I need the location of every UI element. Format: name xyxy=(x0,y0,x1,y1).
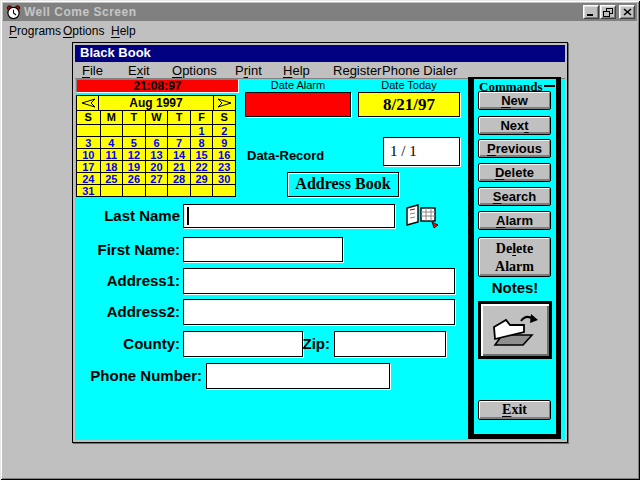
calendar-day[interactable]: 9 xyxy=(212,136,235,148)
zip-label: Zip: xyxy=(297,335,330,352)
restore-button[interactable] xyxy=(600,5,616,19)
delete-button[interactable]: Delete xyxy=(478,163,551,182)
next-button[interactable]: Next xyxy=(478,116,551,135)
calendar-day[interactable]: 26 xyxy=(122,172,145,184)
menu-item-help[interactable]: Help xyxy=(108,23,139,39)
calendar-day[interactable]: 1 xyxy=(190,124,213,136)
first-name-label: First Name: xyxy=(75,241,180,258)
calendar-day[interactable]: 10 xyxy=(77,148,100,160)
calendar-day-header: S xyxy=(212,111,235,124)
calendar-day-header: W xyxy=(145,111,168,124)
black-book-window: Black Book File Exit Options Print Help … xyxy=(72,42,568,443)
last-name-input[interactable] xyxy=(183,204,395,228)
calendar-day[interactable]: 4 xyxy=(100,136,123,148)
address1-input[interactable] xyxy=(183,268,455,294)
open-folder-icon xyxy=(490,311,540,349)
first-name-input[interactable] xyxy=(183,237,343,262)
calendar-day-empty xyxy=(122,184,145,196)
zip-input[interactable] xyxy=(334,331,446,357)
delete-alarm-button[interactable]: DeleteAlarm xyxy=(478,237,551,277)
restore-icon xyxy=(603,8,613,17)
date-alarm-box xyxy=(245,92,351,117)
calendar-day[interactable]: 19 xyxy=(122,160,145,172)
calendar-day[interactable]: 11 xyxy=(100,148,123,160)
minimize-icon xyxy=(587,9,595,16)
phone-number-input[interactable] xyxy=(206,363,390,389)
window-title: Well Come Screen xyxy=(24,5,582,19)
calendar-day[interactable]: 5 xyxy=(122,136,145,148)
calendar-day[interactable]: 14 xyxy=(167,148,190,160)
calendar-day[interactable]: 12 xyxy=(122,148,145,160)
bb-menu-item-file[interactable]: File xyxy=(82,63,103,78)
calendar-day[interactable]: 13 xyxy=(145,148,168,160)
bb-menu-item-exit[interactable]: Exit xyxy=(128,63,150,78)
black-book-titlebar[interactable]: Black Book xyxy=(75,45,565,62)
calendar-day[interactable]: 29 xyxy=(190,172,213,184)
address-book-caption: Address Book xyxy=(287,172,399,197)
search-button[interactable]: Search xyxy=(478,187,551,206)
calendar-day[interactable]: 15 xyxy=(190,148,213,160)
calendar-day[interactable]: 25 xyxy=(100,172,123,184)
calendar-day[interactable]: 18 xyxy=(100,160,123,172)
previous-month-button[interactable] xyxy=(77,96,99,110)
left-arrow-icon xyxy=(80,98,96,108)
titlebar: Well Come Screen xyxy=(3,3,637,21)
menubar: Programs Options Help xyxy=(3,22,637,39)
bb-menu-item-register[interactable]: Register xyxy=(333,63,381,78)
commands-legend-dash xyxy=(544,85,555,87)
calendar-day[interactable]: 20 xyxy=(145,160,168,172)
right-arrow-icon xyxy=(217,98,233,108)
previous-button[interactable]: Previous xyxy=(478,139,551,158)
county-input[interactable] xyxy=(183,331,303,357)
calendar-day-empty xyxy=(212,184,235,196)
calendar-day-empty xyxy=(145,184,168,196)
calendar-day[interactable]: 28 xyxy=(167,172,190,184)
calendar-day[interactable]: 7 xyxy=(167,136,190,148)
date-today-box: 8/21/97 xyxy=(358,92,460,117)
address2-label: Address2: xyxy=(75,303,180,320)
calendar-day-header: S xyxy=(77,111,100,124)
address1-label: Address1: xyxy=(75,272,180,289)
alarm-button[interactable]: Alarm xyxy=(478,211,551,230)
minimize-button[interactable] xyxy=(583,5,599,19)
calendar-day[interactable]: 24 xyxy=(77,172,100,184)
next-month-button[interactable] xyxy=(213,96,235,110)
calendar-day-header: M xyxy=(100,111,123,124)
calendar-day[interactable]: 3 xyxy=(77,136,100,148)
calendar-day-empty xyxy=(145,124,168,136)
menu-item-options[interactable]: Options xyxy=(60,23,107,39)
calendar-day[interactable]: 17 xyxy=(77,160,100,172)
data-record-box: 1 / 1 xyxy=(383,137,460,166)
exit-button[interactable]: Exit xyxy=(478,400,551,420)
main-window: Well Come Screen Programs Options Help B… xyxy=(0,0,640,480)
bb-menu-item-help[interactable]: Help xyxy=(283,63,310,78)
calendar-day[interactable]: 30 xyxy=(212,172,235,184)
new-button[interactable]: New xyxy=(478,91,551,110)
bb-menu-item-options[interactable]: Options xyxy=(172,63,217,78)
calendar-day-header: T xyxy=(167,111,190,124)
open-notes-button[interactable] xyxy=(478,301,552,359)
last-name-label: Last Name xyxy=(75,207,180,224)
calendar-day[interactable]: 8 xyxy=(190,136,213,148)
calendar-day[interactable]: 16 xyxy=(212,148,235,160)
calendar-day[interactable]: 22 xyxy=(190,160,213,172)
calendar-day[interactable]: 23 xyxy=(212,160,235,172)
calendar-day[interactable]: 6 xyxy=(145,136,168,148)
menu-item-programs[interactable]: Programs xyxy=(6,23,64,39)
address2-input[interactable] xyxy=(183,299,455,325)
close-button[interactable] xyxy=(619,5,635,19)
bb-menu-item-phone-dialer[interactable]: Phone Dialer xyxy=(382,63,457,78)
calendar-day[interactable]: 31 xyxy=(77,184,100,196)
bb-menu-item-print[interactable]: Print xyxy=(235,63,262,78)
calendar-day-empty xyxy=(167,184,190,196)
calendar: Aug 1997 SMTWTFS 12345678910111213141516… xyxy=(76,95,236,197)
calendar-day[interactable]: 2 xyxy=(212,124,235,136)
notes-label: Notes! xyxy=(474,279,556,296)
calendar-day-empty xyxy=(100,124,123,136)
calendar-day-empty xyxy=(122,124,145,136)
calendar-month-label: Aug 1997 xyxy=(99,96,213,110)
calendar-day-header: F xyxy=(190,111,213,124)
calendar-day[interactable]: 27 xyxy=(145,172,168,184)
calendar-day-empty xyxy=(77,124,100,136)
calendar-day[interactable]: 21 xyxy=(167,160,190,172)
